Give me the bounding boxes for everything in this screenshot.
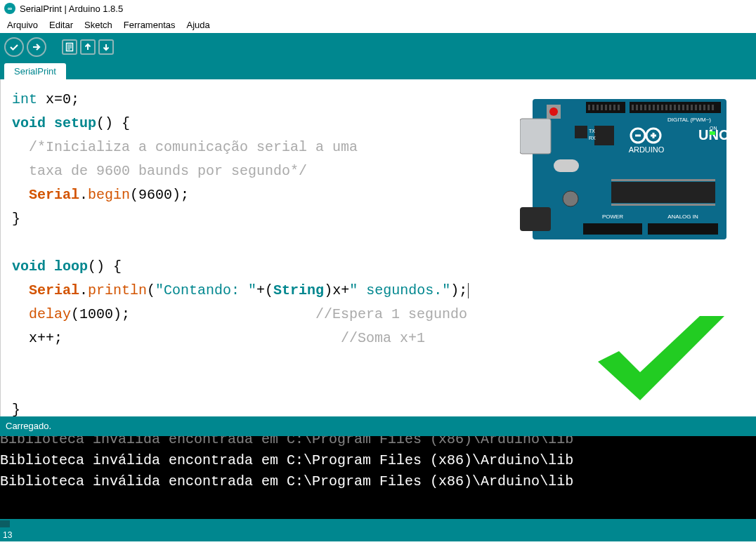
svg-rect-29 xyxy=(678,105,680,110)
svg-rect-43 xyxy=(575,126,587,138)
code-text: )x+ xyxy=(324,282,349,298)
svg-rect-28 xyxy=(674,105,676,110)
svg-point-44 xyxy=(563,191,578,206)
footer-bar: 13 xyxy=(0,529,756,541)
class: String xyxy=(273,282,324,298)
menubar: Arquivo Editar Sketch Ferramentas Ajuda xyxy=(0,17,756,33)
svg-rect-40 xyxy=(611,179,715,181)
scrollbar-thumb[interactable] xyxy=(0,520,10,527)
code-text: } xyxy=(12,211,20,227)
console-line: Biblioteca inválida encontrada em C:\Pro… xyxy=(0,471,756,492)
svg-text:RX: RX xyxy=(589,136,596,140)
svg-rect-26 xyxy=(665,105,667,110)
keyword: int xyxy=(12,91,37,107)
checkmark-overlay-icon xyxy=(587,302,735,417)
svg-rect-21 xyxy=(644,105,646,110)
code-text: ( xyxy=(147,282,155,298)
function-name: loop xyxy=(46,258,88,275)
menu-arquivo[interactable]: Arquivo xyxy=(3,18,42,32)
console-line: Biblioteca inválida encontrada em C:\Pro… xyxy=(0,450,756,471)
svg-rect-32 xyxy=(691,105,693,110)
code-text: . xyxy=(79,282,88,298)
code-text: () { xyxy=(88,258,122,275)
open-button[interactable] xyxy=(80,39,96,55)
menu-ferramentas[interactable]: Ferramentas xyxy=(119,18,180,32)
comment: /*Inicializa a comunicação serial a uma xyxy=(12,139,358,155)
svg-rect-16 xyxy=(613,105,615,110)
svg-rect-38 xyxy=(554,159,579,172)
svg-text:POWER: POWER xyxy=(602,213,623,220)
svg-rect-55 xyxy=(710,131,715,135)
svg-rect-18 xyxy=(632,105,634,110)
svg-rect-11 xyxy=(592,105,594,110)
svg-text:ON: ON xyxy=(710,126,717,131)
method: println xyxy=(88,282,147,298)
svg-rect-13 xyxy=(601,105,603,110)
arduino-app-icon: ∞ xyxy=(4,3,15,14)
method: begin xyxy=(88,187,130,203)
svg-rect-15 xyxy=(609,105,611,110)
code-text: +( xyxy=(256,282,273,298)
string: " segundos." xyxy=(349,282,450,298)
file-new-icon xyxy=(65,42,74,52)
tab-serialprint[interactable]: SerialPrint xyxy=(4,63,66,79)
svg-rect-17 xyxy=(618,105,620,110)
code-text: . xyxy=(79,187,88,203)
svg-rect-34 xyxy=(699,105,701,110)
save-button[interactable] xyxy=(98,39,114,55)
svg-rect-27 xyxy=(670,105,672,110)
console-output[interactable]: Biblioteca inválida encontrada em C:\Pro… xyxy=(0,436,756,519)
text-cursor xyxy=(468,283,469,298)
code-text: } xyxy=(12,402,20,416)
new-button[interactable] xyxy=(62,39,77,55)
function-name: setup xyxy=(46,115,96,131)
code-text: (1000); xyxy=(71,306,130,322)
svg-rect-0 xyxy=(67,44,73,51)
function-call: delay xyxy=(12,306,71,322)
code-text: x=0; xyxy=(37,91,79,107)
object: Serial xyxy=(12,282,79,298)
svg-rect-8 xyxy=(583,223,642,235)
keyword: void xyxy=(12,258,46,275)
svg-text:ANALOG IN: ANALOG IN xyxy=(667,213,698,220)
string: "Contando: " xyxy=(155,282,256,298)
upload-button[interactable] xyxy=(27,37,46,57)
comment: //Soma x+1 xyxy=(63,330,425,346)
code-text: () { xyxy=(96,115,130,131)
code-text: (9600); xyxy=(130,187,189,203)
svg-rect-42 xyxy=(594,126,614,145)
arrow-right-icon xyxy=(32,42,41,52)
svg-rect-41 xyxy=(611,204,715,206)
svg-text:ARDUINO: ARDUINO xyxy=(629,145,665,154)
svg-rect-22 xyxy=(649,105,651,110)
svg-rect-20 xyxy=(640,105,642,110)
svg-rect-31 xyxy=(686,105,689,110)
svg-rect-24 xyxy=(657,105,659,110)
svg-rect-36 xyxy=(708,105,710,110)
comment: //Espera 1 segundo xyxy=(130,306,467,322)
comment: taxa de 9600 baunds por segundo*/ xyxy=(12,163,307,179)
arrow-up-icon xyxy=(84,43,92,51)
window-titlebar: ∞ SerialPrint | Arduino 1.8.5 xyxy=(0,0,756,17)
svg-rect-25 xyxy=(661,105,663,110)
menu-sketch[interactable]: Sketch xyxy=(80,18,117,32)
svg-rect-19 xyxy=(636,105,638,110)
svg-rect-2 xyxy=(520,119,551,154)
horizontal-scrollbar[interactable] xyxy=(0,519,756,529)
arduino-board-illustration: ARDUINO UNO DIGITAL (PWM~) POWER ANALOG … xyxy=(520,95,731,245)
verify-button[interactable] xyxy=(4,37,24,57)
code-text: ); xyxy=(450,282,467,298)
menu-editar[interactable]: Editar xyxy=(45,18,77,32)
toolbar xyxy=(0,33,756,61)
menu-ajuda[interactable]: Ajuda xyxy=(183,18,214,32)
svg-rect-30 xyxy=(682,105,684,110)
svg-text:TX: TX xyxy=(589,129,595,133)
check-icon xyxy=(9,42,19,52)
window-title: SerialPrint | Arduino 1.8.5 xyxy=(20,4,123,14)
svg-rect-33 xyxy=(695,105,697,110)
svg-rect-10 xyxy=(588,105,590,110)
console-line: Biblioteca inválida encontrada em C:\Pro… xyxy=(0,436,756,450)
svg-rect-35 xyxy=(703,105,705,110)
status-text: Carregado. xyxy=(6,421,51,431)
svg-rect-23 xyxy=(653,105,655,110)
